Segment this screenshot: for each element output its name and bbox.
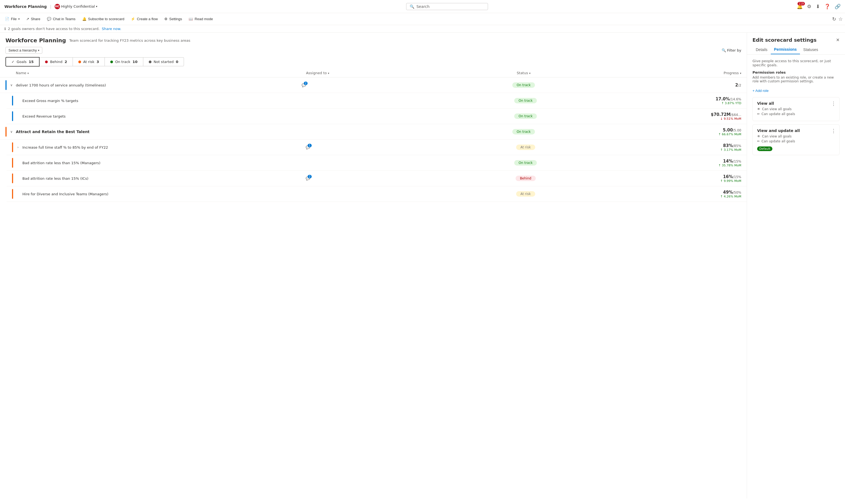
table-header: Name ▾ Assigned to ▾ Status ▾ Progress ▾ [0, 69, 747, 77]
status-badge: On track [514, 113, 537, 119]
role-menu-button[interactable]: ⋮ [831, 101, 836, 107]
alert-message: 2 goals owners don't have access to this… [8, 27, 100, 31]
permission-item: 👁 Can view all goals [757, 134, 835, 138]
notstarted-label: Not started [154, 60, 174, 64]
table-row[interactable]: Bad attrition rate less than 15% (Manage… [6, 155, 747, 171]
comment-badge[interactable]: 💬1 [306, 145, 310, 149]
notstarted-stat[interactable]: Not started 0 [143, 57, 184, 66]
progress-change: ↑ 9.99% MoM [597, 179, 741, 183]
info-icon: ℹ [4, 27, 6, 31]
status-cell: Behind [454, 176, 597, 181]
default-badge: Default [757, 146, 772, 151]
col-progress-header[interactable]: Progress ▾ [596, 71, 741, 75]
notifications-button[interactable]: 🔔 119 [797, 3, 803, 9]
status-cell: On track [454, 160, 597, 165]
eye-icon: 👁 [757, 107, 760, 111]
settings-toolbar-icon: ⚙ [164, 17, 168, 21]
tab-details[interactable]: Details [753, 45, 771, 54]
goal-name: Increase full time staff % to 85% by end… [22, 145, 310, 149]
progress-cell: 83%/85% ↑ 3.17% MoM [597, 143, 741, 151]
create-flow-button[interactable]: ⚡ Create a flow [128, 16, 160, 22]
atrisk-stat[interactable]: At risk 3 [73, 57, 105, 66]
share-now-link[interactable]: Share now. [102, 27, 121, 31]
close-button[interactable]: ✕ [836, 37, 840, 42]
add-role-button[interactable]: + Add role [753, 88, 769, 94]
col-name-header[interactable]: Name ▾ [16, 71, 306, 75]
read-mode-icon: 📖 [189, 17, 193, 21]
goals-stat[interactable]: ✓ Goals 15 [5, 57, 39, 67]
status-cell: At risk [454, 145, 597, 150]
refresh-button[interactable]: ↻ [832, 16, 836, 22]
table-row[interactable]: Exceed Gross margin % targets On track 1… [6, 93, 747, 109]
confidential-label[interactable]: HC Highly Confidential ▾ [55, 4, 98, 9]
permission-item: ✏ Can update all goals [757, 112, 835, 116]
comment-badge[interactable]: 💬2 [306, 177, 310, 181]
status-cell: On track [454, 113, 597, 119]
download-button[interactable]: ⬇ [816, 3, 820, 9]
status-badge: At risk [516, 145, 535, 150]
search-bar[interactable]: 🔍 Search [406, 3, 488, 10]
alert-bar: ℹ 2 goals owners don't have access to th… [0, 25, 845, 33]
expand-button[interactable]: ∨ [9, 129, 14, 134]
chat-in-teams-button[interactable]: 💬 Chat in Teams [44, 16, 78, 22]
table-row[interactable]: Exceed Revenue targets On track $70.72M/… [6, 109, 747, 124]
edit-icon: ✏ [757, 139, 760, 143]
col-status-header[interactable]: Status ▾ [451, 71, 596, 75]
eye-icon: 👁 [757, 134, 760, 138]
select-hierarchy-button[interactable]: Select a hierarchy ▾ [5, 47, 42, 54]
confidential-chevron-icon: ▾ [96, 5, 98, 8]
share-button[interactable]: ↗ Share [23, 16, 43, 22]
search-icon: 🔍 [410, 4, 414, 9]
bookmark-button[interactable]: ☆ [839, 16, 843, 22]
permission-item: 👁 Can view all goals [757, 107, 835, 111]
filter-button[interactable]: 🔍 Filter by [722, 48, 741, 52]
file-chevron-icon: ▾ [18, 17, 20, 20]
row-indicator-orange [5, 127, 6, 137]
table-row[interactable]: › Increase full time staff % to 85% by e… [6, 140, 747, 155]
row-indicator-blue [12, 96, 13, 106]
row-indicator-orange [12, 189, 13, 199]
tab-permissions[interactable]: Permissions [771, 45, 800, 54]
table-row[interactable]: Bad attrition rate less than 15% (ICs) 💬… [6, 171, 747, 186]
table-row[interactable]: Hire for Diverse and Inclusive Teams (Ma… [6, 186, 747, 202]
status-badge: At risk [516, 191, 535, 197]
role-menu-button[interactable]: ⋮ [831, 128, 836, 134]
comment-badge[interactable]: 💬2 [302, 83, 306, 87]
progress-sort-icon: ▾ [740, 72, 741, 75]
help-button[interactable]: ❓ [824, 3, 830, 9]
ontrack-count: 10 [133, 60, 138, 64]
expand-button[interactable]: ∨ [9, 83, 14, 88]
ontrack-stat[interactable]: On track 10 [105, 57, 143, 66]
subscribe-button[interactable]: 🔔 Subscribe to scorecard [80, 16, 127, 22]
behind-stat[interactable]: Behind 2 [39, 57, 73, 66]
hierarchy-row: Select a hierarchy ▾ 🔍 Filter by [0, 46, 747, 57]
role-title: View and update all [757, 128, 835, 133]
behind-count: 2 [65, 60, 67, 64]
confidential-icon: HC [55, 4, 60, 9]
status-cell: At risk [454, 191, 597, 197]
status-cell: On track [451, 129, 596, 134]
comment-count: 2 [307, 175, 312, 178]
settings-button[interactable]: ⚙ Settings [162, 16, 185, 22]
row-indicator-orange [12, 142, 13, 152]
tab-statuses[interactable]: Statuses [800, 45, 821, 54]
share-link-button[interactable]: 🔗 [834, 3, 841, 9]
col-assigned-header[interactable]: Assigned to ▾ [306, 71, 451, 75]
progress-cell: $70.72M/$64… ↓ 9.51% MoM [597, 112, 741, 121]
permission-roles-desc: Add members to an existing role, or crea… [753, 75, 840, 83]
atrisk-dot [78, 60, 81, 63]
panel-description: Give people access to this scorecard, or… [753, 59, 840, 67]
file-button[interactable]: 📄 File ▾ [2, 16, 22, 22]
table-row[interactable]: ∨ deliver 1700 hours of service annually… [0, 77, 747, 93]
role-card-view-update: View and update all 👁 Can view all goals… [753, 124, 840, 155]
settings-icon-button[interactable]: ⚙️ [807, 3, 811, 9]
goals-count: 15 [29, 60, 34, 64]
status-badge: On track [514, 160, 537, 165]
progress-change: ↑ 4.26% MoM [597, 195, 741, 198]
status-sort-icon: ▾ [529, 72, 531, 75]
progress-cell: 49%/50% ↑ 4.26% MoM [597, 190, 741, 198]
share-icon: ↗ [26, 17, 29, 21]
expand-button[interactable]: › [15, 145, 21, 150]
read-mode-button[interactable]: 📖 Read mode [186, 16, 216, 22]
table-row[interactable]: ∨ Attract and Retain the Best Talent On … [0, 124, 747, 140]
